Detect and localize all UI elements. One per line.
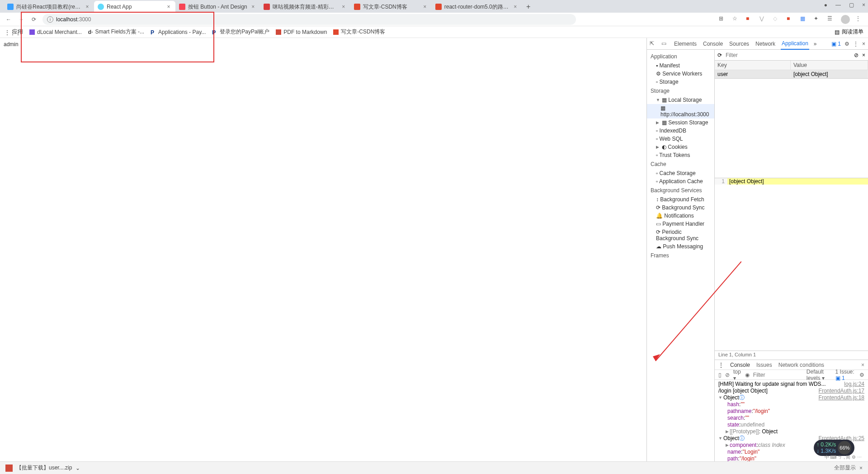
close-devtools-icon[interactable]: ×	[862, 41, 865, 47]
bookmark-item[interactable]: PApplications - Pay...	[151, 29, 206, 35]
drawer-tab-network-cond[interactable]: Network conditions	[778, 362, 824, 368]
tree-periodic-sync[interactable]: ⟳ Periodic Background Sync	[647, 228, 714, 242]
delete-icon[interactable]: ×	[862, 52, 865, 58]
url-input[interactable]: i localhost:3000	[42, 14, 576, 25]
object-proto[interactable]: ▶[[Prototype]]: Object	[715, 428, 868, 435]
close-drawer-icon[interactable]: ×	[861, 362, 864, 368]
reload-button[interactable]: ⟳	[30, 15, 38, 24]
browser-tab-active[interactable]: React App×	[94, 1, 175, 13]
tree-cache-storage[interactable]: ▫ Cache Storage	[647, 169, 714, 177]
ime-indicator[interactable]: 中 ⌨ ㄅ , 简 ⚙ ⋯	[825, 454, 862, 460]
ext-icon[interactable]: ⋁	[760, 15, 768, 24]
menu-icon[interactable]: ⋮	[855, 15, 863, 24]
console-object[interactable]: ▼Object ⓘFrontendAuth.js:18	[715, 394, 868, 401]
bookmark-item[interactable]: 写文章-CSDN博客	[333, 28, 385, 36]
more-tabs-icon[interactable]: »	[814, 41, 817, 47]
tree-push[interactable]: ☁ Push Messaging	[647, 242, 714, 251]
source-link[interactable]: FrontendAuth.js:18	[819, 394, 864, 401]
storage-row[interactable]: user[object Object]	[715, 70, 868, 78]
drawer-tab-console[interactable]: Console	[730, 362, 750, 368]
source-link[interactable]: FrontendAuth.js:17	[819, 388, 864, 394]
filter-input[interactable]	[726, 51, 850, 59]
tab-sources[interactable]: Sources	[728, 41, 750, 47]
bookmark-item[interactable]: dLocal Merchant...	[29, 29, 82, 35]
site-info-icon[interactable]: i	[47, 16, 53, 23]
chevron-down-icon[interactable]: ⌄	[75, 465, 80, 471]
bookmark-item[interactable]: d·Smart Fields方案 -...	[88, 28, 144, 36]
tree-bg-sync[interactable]: ⟳ Background Sync	[647, 204, 714, 212]
sidebar-icon[interactable]: ▯	[718, 372, 722, 378]
tree-bg-fetch[interactable]: ↕ Background Fetch	[647, 195, 714, 204]
browser-tab[interactable]: 写文章-CSDN博客×	[350, 1, 432, 13]
close-icon[interactable]: ×	[422, 4, 428, 10]
browser-tab[interactable]: 咪咕视频体育频道-精彩赛事在线×	[260, 1, 350, 13]
account-icon[interactable]: ●	[824, 2, 827, 8]
refresh-icon[interactable]: ⟳	[717, 52, 722, 58]
maximize-icon[interactable]: ▢	[849, 2, 854, 8]
clear-icon[interactable]: ⊘	[854, 52, 859, 58]
tree-websql[interactable]: ▫ Web SQL	[647, 135, 714, 143]
tree-localhost[interactable]: ▦ http://localhost:3000	[647, 104, 714, 118]
close-icon[interactable]: ×	[512, 4, 519, 10]
show-all-button[interactable]: 全部显示	[834, 464, 856, 472]
reading-list-button[interactable]: ▤阅读清单	[835, 28, 863, 36]
context-select[interactable]: top ▾	[733, 369, 741, 381]
browser-tab[interactable]: react-router-dom5.0的路由拦截×	[432, 1, 522, 13]
ext-icon[interactable]: ■	[746, 15, 754, 24]
browser-tab[interactable]: 按钮 Button - Ant Design×	[175, 1, 260, 13]
tree-notifications[interactable]: 🔔 Notifications	[647, 212, 714, 220]
inspect-icon[interactable]: ⇱	[650, 40, 657, 47]
source-link[interactable]: log.js:24	[844, 381, 864, 388]
tree-cookies[interactable]: ▶◐ Cookies	[647, 143, 714, 151]
browser-tab[interactable]: 尚硅谷React项目教程(react实战×	[4, 1, 94, 13]
back-button[interactable]: ←	[5, 15, 13, 24]
ext-icon[interactable]: ■	[787, 15, 795, 24]
minimize-icon[interactable]: —	[835, 2, 841, 8]
live-expr-icon[interactable]: ◉	[745, 372, 750, 378]
close-icon[interactable]: ×	[340, 4, 347, 10]
apps-button[interactable]: ⋮⋮⋮应用	[5, 28, 23, 36]
bookmark-item[interactable]: PDF to Markdown	[276, 29, 327, 35]
settings-icon[interactable]: ⚙	[844, 41, 849, 47]
clear-console-icon[interactable]: ⊘	[725, 372, 730, 378]
tab-application[interactable]: Application	[781, 38, 809, 50]
console-filter-input[interactable]	[753, 372, 803, 378]
col-value[interactable]: Value	[791, 61, 868, 70]
tree-indexeddb[interactable]: ▫ IndexedDB	[647, 127, 714, 135]
close-icon[interactable]: ×	[84, 4, 90, 10]
profile-icon[interactable]	[841, 15, 850, 24]
bookmark-star-icon[interactable]: ☆	[732, 15, 741, 24]
download-item[interactable]: 【批量下载】user....zip ⌄	[5, 464, 80, 472]
tree-payment[interactable]: ▭ Payment Handler	[647, 220, 714, 228]
more-icon[interactable]: ⋮	[853, 41, 859, 47]
ext-icon[interactable]: ◇	[773, 15, 781, 24]
close-window-icon[interactable]: ×	[862, 2, 865, 8]
tab-elements[interactable]: Elements	[673, 41, 698, 47]
tree-manifest[interactable]: ▪ Manifest	[647, 62, 714, 70]
levels-select[interactable]: Default levels ▾	[807, 369, 832, 381]
close-icon[interactable]: ×	[165, 4, 172, 10]
tab-network[interactable]: Network	[755, 41, 776, 47]
drawer-tab-issues[interactable]: Issues	[756, 362, 772, 368]
ext-icon[interactable]: ▦	[800, 15, 808, 24]
speed-widget[interactable]: ↑ 0.2K/s↓ 1.3K/s 66%	[814, 440, 854, 456]
tree-session-storage[interactable]: ▶▦ Session Storage	[647, 118, 714, 127]
close-bar-icon[interactable]: ×	[859, 465, 863, 471]
issues-badge[interactable]: ▣ 1	[831, 41, 841, 47]
col-key[interactable]: Key	[715, 61, 791, 70]
tree-local-storage[interactable]: ▼▦ Local Storage	[647, 96, 714, 104]
tab-console[interactable]: Console	[702, 41, 724, 47]
translate-icon[interactable]: ⊞	[719, 15, 727, 24]
tree-service-workers[interactable]: ⚙ Service Workers	[647, 70, 714, 78]
console-settings-icon[interactable]: ⚙	[859, 372, 864, 378]
close-icon[interactable]: ×	[250, 4, 256, 10]
reading-list-icon[interactable]: ☰	[827, 15, 835, 24]
new-tab-button[interactable]: +	[522, 1, 535, 13]
drawer-menu-icon[interactable]: ⋮	[718, 362, 724, 368]
tree-storage[interactable]: ▫ Storage	[647, 78, 714, 86]
tree-trust-tokens[interactable]: ▫ Trust Tokens	[647, 151, 714, 159]
bookmark-item[interactable]: P登录您的PayPal账户	[212, 28, 269, 36]
extensions-icon[interactable]: ✦	[814, 15, 822, 24]
issue-indicator[interactable]: 1 Issue: ▣ 1	[835, 369, 856, 381]
device-icon[interactable]: ▭	[661, 40, 669, 47]
